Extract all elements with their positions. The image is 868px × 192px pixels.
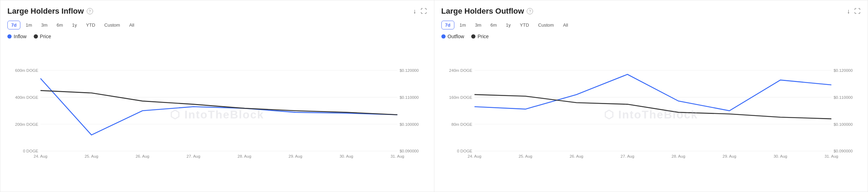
legend-item-1: Price: [34, 34, 51, 39]
svg-text:$0.120000: $0.120000: [833, 68, 852, 73]
svg-text:28. Aug: 28. Aug: [671, 154, 685, 158]
svg-text:31. Aug: 31. Aug: [824, 154, 838, 158]
legend-label-1: Price: [40, 34, 51, 39]
legend-item-0: Inflow: [7, 34, 27, 39]
legend-label-0: Outflow: [448, 34, 464, 39]
svg-text:0 DOGE: 0 DOGE: [457, 149, 472, 153]
panel-actions: ↓ ⛶: [847, 8, 861, 15]
inflow-line: [474, 74, 831, 111]
panel-header: Large Holders Outflow ? ↓ ⛶: [441, 7, 861, 16]
time-filter-3m[interactable]: 3m: [37, 21, 51, 29]
price-line: [40, 90, 397, 115]
svg-text:$0.100000: $0.100000: [833, 122, 852, 126]
chart-area: 240m DOGE160m DOGE80m DOGE0 DOGE $0.1200…: [441, 43, 861, 185]
time-filter-All[interactable]: All: [559, 21, 572, 29]
chart-svg: 240m DOGE160m DOGE80m DOGE0 DOGE $0.1200…: [441, 43, 861, 185]
time-filter-3m[interactable]: 3m: [471, 21, 485, 29]
panel-actions: ↓ ⛶: [413, 8, 427, 15]
time-filter-YTD[interactable]: YTD: [82, 21, 99, 29]
legend-label-0: Inflow: [14, 34, 27, 39]
panel-title-row: Large Holders Inflow ?: [7, 7, 93, 16]
chart-panel-inflow: Large Holders Inflow ? ↓ ⛶ 7d 1m 3m 6m 1…: [0, 0, 434, 192]
svg-text:$0.120000: $0.120000: [400, 68, 419, 73]
legend-dot-1: [471, 34, 475, 39]
panel-title-row: Large Holders Outflow ?: [441, 7, 533, 16]
time-filter-1m[interactable]: 1m: [22, 21, 36, 29]
help-icon[interactable]: ?: [87, 8, 93, 14]
time-filter-6m[interactable]: 6m: [487, 21, 501, 29]
legend-label-1: Price: [478, 34, 489, 39]
svg-text:240m DOGE: 240m DOGE: [449, 68, 472, 73]
expand-icon[interactable]: ⛶: [421, 8, 427, 15]
chart-area: 600m DOGE400m DOGE200m DOGE0 DOGE $0.120…: [7, 43, 427, 185]
chart-svg: 600m DOGE400m DOGE200m DOGE0 DOGE $0.120…: [7, 43, 427, 185]
time-filter-1y[interactable]: 1y: [68, 21, 81, 29]
svg-text:400m DOGE: 400m DOGE: [15, 95, 38, 100]
svg-text:27. Aug: 27. Aug: [620, 154, 634, 158]
svg-text:31. Aug: 31. Aug: [390, 154, 404, 158]
time-filter-1m[interactable]: 1m: [456, 21, 470, 29]
price-line: [474, 95, 831, 119]
svg-text:29. Aug: 29. Aug: [722, 154, 736, 158]
time-filters: 7d 1m 3m 6m 1y YTD Custom All: [7, 21, 427, 29]
svg-text:25. Aug: 25. Aug: [518, 154, 532, 158]
svg-text:30. Aug: 30. Aug: [773, 154, 787, 158]
svg-text:24. Aug: 24. Aug: [34, 154, 47, 158]
svg-text:$0.090000: $0.090000: [833, 149, 852, 153]
svg-text:24. Aug: 24. Aug: [467, 154, 481, 158]
panel-title: Large Holders Inflow: [7, 7, 84, 16]
svg-text:0 DOGE: 0 DOGE: [23, 149, 39, 153]
help-icon[interactable]: ?: [527, 8, 533, 14]
time-filter-Custom[interactable]: Custom: [534, 21, 558, 29]
legend: Inflow Price: [7, 34, 427, 39]
svg-text:600m DOGE: 600m DOGE: [15, 68, 38, 73]
panel-title: Large Holders Outflow: [441, 7, 524, 16]
svg-text:26. Aug: 26. Aug: [570, 154, 583, 158]
svg-text:$0.100000: $0.100000: [400, 122, 419, 126]
legend-dot-0: [7, 34, 12, 39]
legend-dot-0: [441, 34, 446, 39]
time-filter-Custom[interactable]: Custom: [100, 21, 124, 29]
time-filter-1y[interactable]: 1y: [502, 21, 515, 29]
legend-item-0: Outflow: [441, 34, 464, 39]
svg-text:$0.090000: $0.090000: [400, 149, 419, 153]
time-filter-7d[interactable]: 7d: [441, 21, 454, 29]
chart-panel-outflow: Large Holders Outflow ? ↓ ⛶ 7d 1m 3m 6m …: [434, 0, 868, 192]
legend-dot-1: [34, 34, 38, 39]
time-filters: 7d 1m 3m 6m 1y YTD Custom All: [441, 21, 861, 29]
time-filter-YTD[interactable]: YTD: [516, 21, 533, 29]
legend: Outflow Price: [441, 34, 861, 39]
svg-text:200m DOGE: 200m DOGE: [15, 122, 38, 126]
time-filter-6m[interactable]: 6m: [53, 21, 67, 29]
svg-text:27. Aug: 27. Aug: [186, 154, 200, 158]
svg-text:30. Aug: 30. Aug: [340, 154, 353, 158]
svg-text:80m DOGE: 80m DOGE: [451, 122, 472, 126]
download-icon[interactable]: ↓: [847, 8, 850, 15]
time-filter-7d[interactable]: 7d: [7, 21, 20, 29]
expand-icon[interactable]: ⛶: [854, 8, 861, 15]
download-icon[interactable]: ↓: [413, 8, 416, 15]
svg-text:28. Aug: 28. Aug: [238, 154, 251, 158]
legend-item-1: Price: [471, 34, 489, 39]
time-filter-All[interactable]: All: [125, 21, 138, 29]
svg-text:$0.110000: $0.110000: [833, 95, 852, 100]
svg-text:160m DOGE: 160m DOGE: [449, 95, 472, 100]
svg-text:25. Aug: 25. Aug: [85, 154, 98, 158]
svg-text:26. Aug: 26. Aug: [136, 154, 149, 158]
svg-text:29. Aug: 29. Aug: [289, 154, 302, 158]
panel-header: Large Holders Inflow ? ↓ ⛶: [7, 7, 427, 16]
svg-text:$0.110000: $0.110000: [400, 95, 419, 100]
